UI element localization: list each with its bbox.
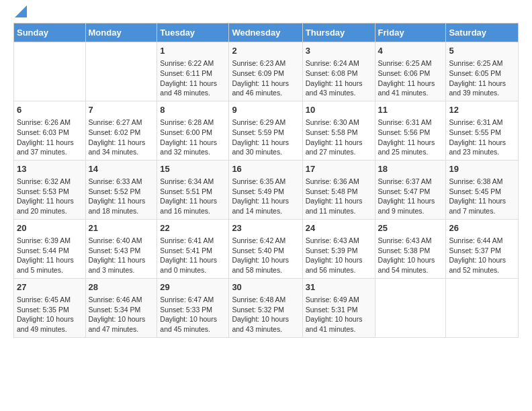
day-cell: 10Sunrise: 6:30 AM Sunset: 5:58 PM Dayli… bbox=[302, 101, 375, 160]
day-cell: 17Sunrise: 6:36 AM Sunset: 5:48 PM Dayli… bbox=[302, 160, 375, 219]
day-cell: 27Sunrise: 6:45 AM Sunset: 5:35 PM Dayli… bbox=[14, 278, 86, 337]
day-number: 17 bbox=[306, 163, 372, 175]
day-number: 10 bbox=[306, 104, 372, 116]
day-content: Sunrise: 6:26 AM Sunset: 6:03 PM Dayligh… bbox=[17, 118, 83, 157]
day-content: Sunrise: 6:45 AM Sunset: 5:35 PM Dayligh… bbox=[17, 295, 83, 334]
header-row: SundayMondayTuesdayWednesdayThursdayFrid… bbox=[14, 24, 519, 42]
day-cell: 3Sunrise: 6:24 AM Sunset: 6:08 PM Daylig… bbox=[302, 42, 375, 101]
day-number: 25 bbox=[378, 222, 443, 234]
day-cell: 8Sunrise: 6:28 AM Sunset: 6:00 PM Daylig… bbox=[157, 101, 229, 160]
day-content: Sunrise: 6:22 AM Sunset: 6:11 PM Dayligh… bbox=[160, 58, 226, 98]
day-cell: 21Sunrise: 6:40 AM Sunset: 5:43 PM Dayli… bbox=[85, 219, 157, 278]
day-cell: 15Sunrise: 6:34 AM Sunset: 5:51 PM Dayli… bbox=[157, 160, 229, 219]
day-number: 15 bbox=[160, 163, 226, 175]
day-content: Sunrise: 6:27 AM Sunset: 6:02 PM Dayligh… bbox=[89, 118, 154, 157]
day-number: 11 bbox=[378, 104, 443, 116]
day-cell: 4Sunrise: 6:25 AM Sunset: 6:06 PM Daylig… bbox=[375, 42, 446, 101]
day-cell: 9Sunrise: 6:29 AM Sunset: 5:59 PM Daylig… bbox=[229, 101, 302, 160]
header-cell-tuesday: Tuesday bbox=[157, 24, 229, 42]
day-cell: 19Sunrise: 6:38 AM Sunset: 5:45 PM Dayli… bbox=[446, 160, 519, 219]
day-content: Sunrise: 6:24 AM Sunset: 6:08 PM Dayligh… bbox=[306, 58, 372, 98]
day-cell bbox=[85, 42, 157, 101]
day-number: 28 bbox=[89, 281, 154, 293]
day-number: 6 bbox=[17, 104, 83, 116]
day-content: Sunrise: 6:23 AM Sunset: 6:09 PM Dayligh… bbox=[232, 58, 299, 98]
day-cell: 16Sunrise: 6:35 AM Sunset: 5:49 PM Dayli… bbox=[229, 160, 302, 219]
week-row-5: 27Sunrise: 6:45 AM Sunset: 5:35 PM Dayli… bbox=[14, 278, 519, 337]
day-cell: 24Sunrise: 6:43 AM Sunset: 5:39 PM Dayli… bbox=[302, 219, 375, 278]
day-content: Sunrise: 6:30 AM Sunset: 5:58 PM Dayligh… bbox=[306, 118, 372, 157]
day-content: Sunrise: 6:43 AM Sunset: 5:39 PM Dayligh… bbox=[306, 236, 372, 275]
day-number: 19 bbox=[449, 163, 515, 175]
day-cell: 20Sunrise: 6:39 AM Sunset: 5:44 PM Dayli… bbox=[14, 219, 86, 278]
day-cell: 31Sunrise: 6:49 AM Sunset: 5:31 PM Dayli… bbox=[302, 278, 375, 337]
day-number: 1 bbox=[160, 45, 226, 57]
day-cell: 13Sunrise: 6:32 AM Sunset: 5:53 PM Dayli… bbox=[14, 160, 86, 219]
day-number: 27 bbox=[17, 281, 83, 293]
day-content: Sunrise: 6:36 AM Sunset: 5:48 PM Dayligh… bbox=[306, 177, 372, 216]
day-number: 26 bbox=[449, 222, 515, 234]
day-cell: 12Sunrise: 6:31 AM Sunset: 5:55 PM Dayli… bbox=[446, 101, 519, 160]
day-content: Sunrise: 6:29 AM Sunset: 5:59 PM Dayligh… bbox=[232, 118, 299, 157]
day-number: 13 bbox=[17, 163, 83, 175]
calendar-table: SundayMondayTuesdayWednesdayThursdayFrid… bbox=[13, 23, 519, 338]
day-content: Sunrise: 6:46 AM Sunset: 5:34 PM Dayligh… bbox=[89, 295, 154, 334]
day-cell: 5Sunrise: 6:25 AM Sunset: 6:05 PM Daylig… bbox=[446, 42, 519, 101]
day-content: Sunrise: 6:40 AM Sunset: 5:43 PM Dayligh… bbox=[89, 236, 154, 275]
day-content: Sunrise: 6:38 AM Sunset: 5:45 PM Dayligh… bbox=[449, 177, 515, 216]
week-row-1: 1Sunrise: 6:22 AM Sunset: 6:11 PM Daylig… bbox=[14, 42, 519, 101]
day-number: 30 bbox=[232, 281, 299, 293]
day-cell: 6Sunrise: 6:26 AM Sunset: 6:03 PM Daylig… bbox=[14, 101, 86, 160]
day-content: Sunrise: 6:35 AM Sunset: 5:49 PM Dayligh… bbox=[232, 177, 299, 216]
day-content: Sunrise: 6:49 AM Sunset: 5:31 PM Dayligh… bbox=[306, 295, 372, 334]
day-cell bbox=[375, 278, 446, 337]
day-content: Sunrise: 6:32 AM Sunset: 5:53 PM Dayligh… bbox=[17, 177, 83, 216]
logo-icon bbox=[15, 5, 27, 17]
week-row-4: 20Sunrise: 6:39 AM Sunset: 5:44 PM Dayli… bbox=[14, 219, 519, 278]
header-cell-wednesday: Wednesday bbox=[229, 24, 302, 42]
day-number: 5 bbox=[449, 45, 515, 57]
day-cell bbox=[446, 278, 519, 337]
week-row-2: 6Sunrise: 6:26 AM Sunset: 6:03 PM Daylig… bbox=[14, 101, 519, 160]
day-cell: 7Sunrise: 6:27 AM Sunset: 6:02 PM Daylig… bbox=[85, 101, 157, 160]
day-number: 31 bbox=[306, 281, 372, 293]
day-number: 24 bbox=[306, 222, 372, 234]
day-cell: 11Sunrise: 6:31 AM Sunset: 5:56 PM Dayli… bbox=[375, 101, 446, 160]
day-cell: 22Sunrise: 6:41 AM Sunset: 5:41 PM Dayli… bbox=[157, 219, 229, 278]
day-cell: 26Sunrise: 6:44 AM Sunset: 5:37 PM Dayli… bbox=[446, 219, 519, 278]
day-content: Sunrise: 6:31 AM Sunset: 5:56 PM Dayligh… bbox=[378, 118, 443, 157]
day-content: Sunrise: 6:37 AM Sunset: 5:47 PM Dayligh… bbox=[378, 177, 443, 216]
day-number: 18 bbox=[378, 163, 443, 175]
day-number: 23 bbox=[232, 222, 299, 234]
day-content: Sunrise: 6:43 AM Sunset: 5:38 PM Dayligh… bbox=[378, 236, 443, 275]
week-row-3: 13Sunrise: 6:32 AM Sunset: 5:53 PM Dayli… bbox=[14, 160, 519, 219]
header-cell-sunday: Sunday bbox=[14, 24, 86, 42]
day-content: Sunrise: 6:31 AM Sunset: 5:55 PM Dayligh… bbox=[449, 118, 515, 157]
day-number: 7 bbox=[89, 104, 154, 116]
day-content: Sunrise: 6:28 AM Sunset: 6:00 PM Dayligh… bbox=[160, 118, 226, 157]
page-container: SundayMondayTuesdayWednesdayThursdayFrid… bbox=[0, 0, 532, 349]
header-cell-monday: Monday bbox=[85, 24, 157, 42]
day-number: 3 bbox=[306, 45, 372, 57]
day-number: 12 bbox=[449, 104, 515, 116]
day-content: Sunrise: 6:44 AM Sunset: 5:37 PM Dayligh… bbox=[449, 236, 515, 275]
day-cell: 25Sunrise: 6:43 AM Sunset: 5:38 PM Dayli… bbox=[375, 219, 446, 278]
day-cell: 29Sunrise: 6:47 AM Sunset: 5:33 PM Dayli… bbox=[157, 278, 229, 337]
day-content: Sunrise: 6:42 AM Sunset: 5:40 PM Dayligh… bbox=[232, 236, 299, 275]
page-header bbox=[13, 11, 519, 17]
calendar-body: 1Sunrise: 6:22 AM Sunset: 6:11 PM Daylig… bbox=[14, 42, 519, 338]
day-cell: 23Sunrise: 6:42 AM Sunset: 5:40 PM Dayli… bbox=[229, 219, 302, 278]
header-cell-saturday: Saturday bbox=[446, 24, 519, 42]
day-number: 2 bbox=[232, 45, 299, 57]
day-cell: 2Sunrise: 6:23 AM Sunset: 6:09 PM Daylig… bbox=[229, 42, 302, 101]
day-content: Sunrise: 6:33 AM Sunset: 5:52 PM Dayligh… bbox=[89, 177, 154, 216]
day-cell: 18Sunrise: 6:37 AM Sunset: 5:47 PM Dayli… bbox=[375, 160, 446, 219]
day-cell: 28Sunrise: 6:46 AM Sunset: 5:34 PM Dayli… bbox=[85, 278, 157, 337]
day-content: Sunrise: 6:41 AM Sunset: 5:41 PM Dayligh… bbox=[160, 236, 226, 275]
day-number: 9 bbox=[232, 104, 299, 116]
day-cell: 14Sunrise: 6:33 AM Sunset: 5:52 PM Dayli… bbox=[85, 160, 157, 219]
header-cell-friday: Friday bbox=[375, 24, 446, 42]
calendar-header: SundayMondayTuesdayWednesdayThursdayFrid… bbox=[14, 24, 519, 42]
day-number: 29 bbox=[160, 281, 226, 293]
day-number: 21 bbox=[89, 222, 154, 234]
